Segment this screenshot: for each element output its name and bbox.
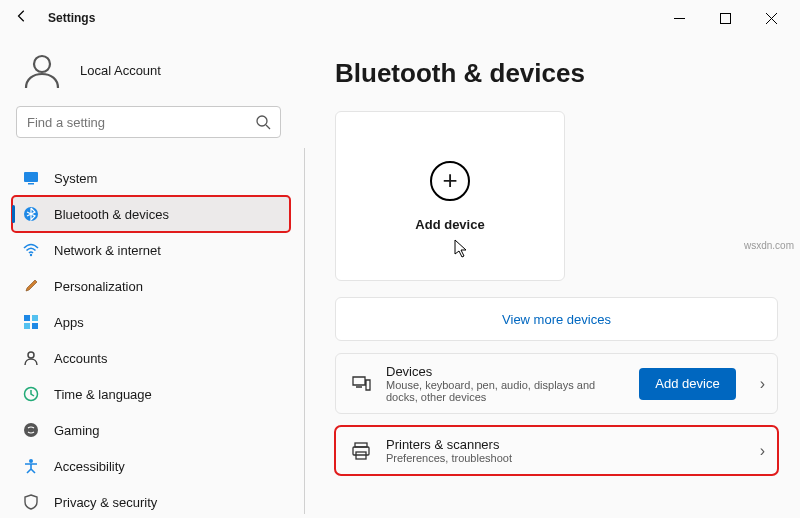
chevron-right-icon: › bbox=[760, 375, 765, 393]
nav-apps[interactable]: Apps bbox=[12, 304, 290, 340]
nav-bluetooth[interactable]: Bluetooth & devices bbox=[12, 196, 290, 232]
view-more-label: View more devices bbox=[502, 312, 611, 327]
nav-network[interactable]: Network & internet bbox=[12, 232, 290, 268]
devices-row[interactable]: Devices Mouse, keyboard, pen, audio, dis… bbox=[335, 353, 778, 414]
shield-icon bbox=[22, 494, 40, 510]
printers-row[interactable]: Printers & scanners Preferences, trouble… bbox=[335, 426, 778, 475]
apps-icon bbox=[22, 314, 40, 330]
svg-point-13 bbox=[24, 423, 38, 437]
devices-icon bbox=[350, 373, 372, 395]
nav-label: Accounts bbox=[54, 351, 107, 366]
svg-point-14 bbox=[29, 459, 33, 463]
nav-accessibility[interactable]: Accessibility bbox=[12, 448, 290, 484]
minimize-button[interactable] bbox=[656, 3, 702, 33]
search-box[interactable] bbox=[16, 106, 281, 138]
nav-time[interactable]: Time & language bbox=[12, 376, 290, 412]
cursor-icon bbox=[454, 239, 470, 262]
nav-personalization[interactable]: Personalization bbox=[12, 268, 290, 304]
system-icon bbox=[22, 170, 40, 186]
nav-label: Apps bbox=[54, 315, 84, 330]
search-icon bbox=[255, 114, 271, 133]
svg-rect-3 bbox=[24, 172, 38, 182]
nav-privacy[interactable]: Privacy & security bbox=[12, 484, 290, 518]
nav-label: Gaming bbox=[54, 423, 100, 438]
nav-label: Time & language bbox=[54, 387, 152, 402]
svg-rect-9 bbox=[24, 323, 30, 329]
svg-rect-7 bbox=[24, 315, 30, 321]
add-device-button[interactable]: Add device bbox=[639, 368, 735, 400]
plus-icon: + bbox=[430, 161, 470, 201]
chevron-right-icon: › bbox=[760, 442, 765, 460]
maximize-button[interactable] bbox=[702, 3, 748, 33]
search-input[interactable] bbox=[16, 106, 281, 138]
devices-subtitle: Mouse, keyboard, pen, audio, displays an… bbox=[386, 379, 625, 403]
nav-list: System Bluetooth & devices Network & int… bbox=[12, 160, 304, 518]
page-heading: Bluetooth & devices bbox=[335, 58, 778, 89]
nav-label: Network & internet bbox=[54, 243, 161, 258]
printers-subtitle: Preferences, troubleshoot bbox=[386, 452, 736, 464]
content-pane: Bluetooth & devices + Add device View mo… bbox=[305, 36, 800, 518]
clock-icon bbox=[22, 386, 40, 402]
window-title: Settings bbox=[48, 11, 95, 25]
svg-rect-8 bbox=[32, 315, 38, 321]
watermark: wsxdn.com bbox=[744, 240, 794, 251]
printers-title: Printers & scanners bbox=[386, 437, 736, 452]
titlebar: Settings bbox=[0, 0, 800, 36]
nav-system[interactable]: System bbox=[12, 160, 290, 196]
account-block[interactable]: Local Account bbox=[12, 42, 305, 106]
nav-accounts[interactable]: Accounts bbox=[12, 340, 290, 376]
view-more-devices[interactable]: View more devices bbox=[335, 297, 778, 341]
nav-label: Bluetooth & devices bbox=[54, 207, 169, 222]
svg-point-11 bbox=[28, 352, 34, 358]
nav-label: Personalization bbox=[54, 279, 143, 294]
avatar-icon bbox=[20, 48, 64, 92]
svg-point-1 bbox=[34, 56, 50, 72]
close-button[interactable] bbox=[748, 3, 794, 33]
svg-rect-4 bbox=[28, 183, 34, 185]
user-icon bbox=[22, 350, 40, 366]
wifi-icon bbox=[22, 242, 40, 258]
printer-icon bbox=[350, 440, 372, 462]
bluetooth-icon bbox=[22, 206, 40, 222]
add-device-card[interactable]: + Add device bbox=[335, 111, 565, 281]
devices-title: Devices bbox=[386, 364, 625, 379]
gaming-icon bbox=[22, 422, 40, 438]
svg-rect-0 bbox=[720, 13, 730, 23]
nav-label: Accessibility bbox=[54, 459, 125, 474]
svg-point-2 bbox=[257, 116, 267, 126]
svg-point-6 bbox=[30, 254, 32, 256]
nav-label: Privacy & security bbox=[54, 495, 157, 510]
account-name: Local Account bbox=[80, 63, 161, 78]
add-device-label: Add device bbox=[415, 217, 484, 232]
nav-label: System bbox=[54, 171, 97, 186]
brush-icon bbox=[22, 278, 40, 294]
back-button[interactable] bbox=[12, 9, 32, 27]
svg-rect-10 bbox=[32, 323, 38, 329]
sidebar: Local Account System Bluetooth & devices bbox=[0, 36, 305, 518]
accessibility-icon bbox=[22, 458, 40, 474]
nav-gaming[interactable]: Gaming bbox=[12, 412, 290, 448]
